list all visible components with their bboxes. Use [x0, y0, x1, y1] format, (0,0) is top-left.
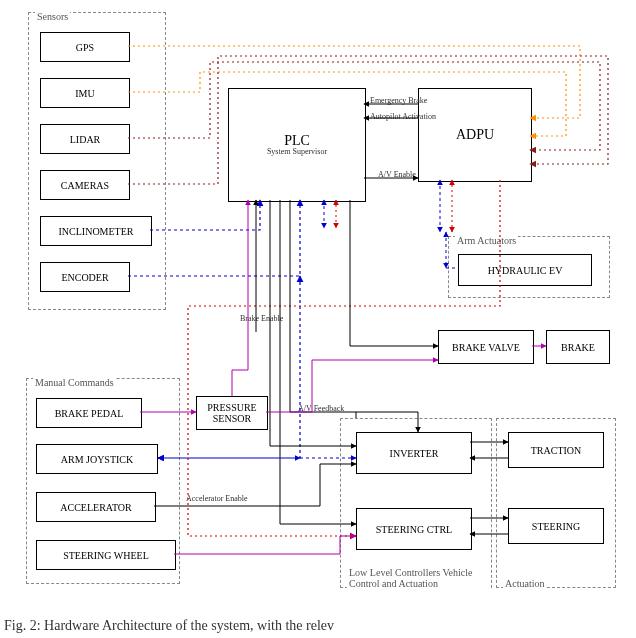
- figure-caption: Fig. 2: Hardware Architecture of the sys…: [4, 618, 334, 634]
- wiring-svg: [0, 0, 636, 610]
